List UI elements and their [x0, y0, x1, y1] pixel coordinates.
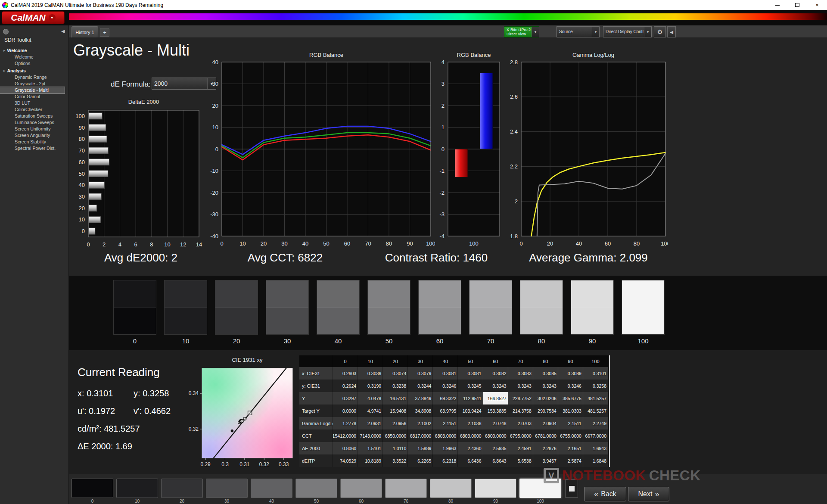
svg-text:6: 6 [134, 241, 137, 248]
table-cell: 3.9457 [533, 454, 558, 467]
sidebar-collapse-icon[interactable]: ◀ [61, 28, 65, 34]
chart-title-rgb-balance: RGB Balance [222, 52, 431, 58]
table-cell: 2.0703 [508, 417, 533, 429]
sidebar-item-saturation-sweeps[interactable]: Saturation Sweeps [0, 113, 69, 119]
table-cell: 0.3074 [383, 367, 408, 380]
table-col-header-30: 30 [408, 355, 433, 367]
svg-text:50: 50 [323, 240, 329, 247]
svg-text:30: 30 [281, 240, 287, 247]
pattern-button-70[interactable] [385, 479, 427, 498]
next-button[interactable]: Next » [628, 487, 669, 501]
pattern-button-10[interactable] [116, 479, 158, 498]
sidebar-section-welcome[interactable]: ▸Welcome [0, 47, 69, 54]
display-control-dropdown[interactable]: Direct Display Control ▾ [603, 26, 652, 37]
svg-text:10: 10 [164, 241, 170, 248]
maximize-button[interactable] [787, 0, 807, 10]
table-row-label-cct: CCT [299, 429, 333, 442]
sidebar-item-welcome[interactable]: Welcome [0, 54, 69, 60]
pattern-button-60[interactable] [340, 479, 382, 498]
sidebar-section-analysis[interactable]: ▸Analysis [0, 67, 69, 74]
pattern-cell-90: 90 [475, 479, 516, 504]
chart-rgb-lines: 0102030405060708090100403020100-10-20-30… [205, 59, 435, 251]
back-chevron-icon: « [594, 490, 598, 499]
swatch-color-70 [469, 280, 512, 335]
table-cell: 166.8527 [483, 392, 508, 404]
table-scrollbar[interactable] [609, 355, 610, 467]
table-cell: 4.0478 [358, 392, 383, 404]
pattern-level-label: 30 [224, 499, 229, 504]
sidebar-item-screen-stability[interactable]: Screen Stability [0, 139, 69, 145]
sidebar-item-grayscale-multi[interactable]: Grayscale - Multi [0, 87, 65, 93]
table-cell: 228.7752 [508, 392, 533, 404]
table-cell: 6803.0000 [458, 429, 483, 442]
pattern-cell-10: 10 [116, 479, 158, 504]
deltae-bar-10 [89, 216, 101, 223]
minimize-icon [775, 5, 780, 6]
add-tab-button[interactable]: + [100, 28, 109, 37]
sidebar-item-options[interactable]: Options [0, 60, 69, 67]
table-cell: 6677.0000 [583, 429, 608, 442]
svg-text:3: 3 [441, 81, 445, 87]
meter-dropdown[interactable]: X-Rite i1Pro 2 Direct View ▾ [504, 26, 539, 37]
table-cell: 0.3244 [408, 380, 433, 392]
swatch-level-label: 80 [538, 337, 545, 345]
reading-value: 0.1972 [89, 406, 115, 416]
svg-text:100: 100 [75, 113, 85, 119]
pattern-button-30[interactable] [206, 479, 248, 498]
pattern-button-40[interactable] [251, 479, 292, 498]
tab-history-1[interactable]: History 1 [72, 26, 98, 37]
swatch-level-label: 70 [487, 337, 494, 345]
sidebar-item-colorchecker[interactable]: ColorChecker [0, 106, 69, 113]
sidebar-item-grayscale-2pt[interactable]: Grayscale - 2pt [0, 81, 69, 87]
pattern-button-90[interactable] [475, 479, 516, 498]
pattern-button-80[interactable] [430, 479, 472, 498]
pattern-level-label: 70 [404, 499, 408, 504]
sidebar-item-screen-angularity[interactable]: Screen Angularity [0, 132, 69, 139]
table-cell: 0.3083 [508, 367, 533, 380]
table-row-label-deitp: dEITP [299, 454, 333, 467]
svg-text:12: 12 [180, 241, 186, 248]
table-row-label-gamma-log-log: Gamma Log/Log [299, 417, 333, 429]
pattern-level-label: 60 [359, 499, 364, 504]
minimize-button[interactable] [768, 0, 787, 10]
sidebar-item-dynamic-range[interactable]: Dynamic Range [0, 74, 69, 81]
de-formula-value: 2000 [152, 78, 207, 89]
table-cell: 0.2624 [333, 380, 358, 392]
grayscale-swatch-10: 10 [164, 280, 207, 345]
sidebar-item-screen-uniformity[interactable]: Screen Uniformity [0, 126, 69, 132]
svg-text:50: 50 [79, 171, 85, 177]
actual-half-overlay [114, 280, 156, 308]
svg-text:0: 0 [519, 240, 522, 247]
collapse-panel-button[interactable]: ◀ [667, 26, 676, 37]
actual-half-overlay [469, 280, 512, 308]
pattern-button-50[interactable] [295, 479, 337, 498]
sidebar-tree: ▸WelcomeWelcomeOptions▸AnalysisDynamic R… [0, 47, 69, 152]
sidebar-item-spectral-power-dist[interactable]: Spectral Power Dist. [0, 145, 69, 152]
pattern-cell-60: 60 [340, 479, 382, 504]
sidebar-item-luminance-sweeps[interactable]: Luminance Sweeps [0, 119, 69, 126]
sidebar-pin-button[interactable] [3, 29, 9, 34]
swatch-color-60 [418, 280, 461, 335]
calman-logo-button[interactable]: CalMAN ▼ [2, 11, 65, 24]
pattern-strip: 0102030405060708090100 [72, 479, 561, 504]
svg-text:40: 40 [212, 59, 218, 65]
calman-logo-text: CalMAN [11, 12, 46, 23]
close-button[interactable]: × [807, 0, 827, 10]
pattern-button-20[interactable] [161, 479, 203, 498]
svg-text:2.6: 2.6 [510, 93, 518, 100]
reading-value: 0.4662 [144, 406, 171, 416]
pattern-button-0[interactable] [72, 479, 113, 498]
display-control-text: Direct Display Control [606, 29, 642, 34]
chart-deltae: 024681012140102030405060708090100 [69, 107, 205, 249]
sidebar-item-color-gamut[interactable]: Color Gamut [0, 93, 69, 100]
svg-text:2: 2 [441, 103, 445, 109]
page-title: Grayscale - Multi [73, 41, 190, 59]
maximize-icon [795, 3, 799, 7]
sidebar-item-3d-lut[interactable]: 3D LUT [0, 100, 69, 106]
svg-text:80: 80 [79, 136, 85, 142]
source-dropdown[interactable]: Source ▾ [557, 26, 600, 37]
current-reading-pair: v': 0.4662 [134, 406, 171, 416]
table-cell: 0.3245 [458, 380, 483, 392]
settings-button[interactable]: ⚙ [654, 26, 666, 37]
back-button[interactable]: « Back [584, 487, 626, 501]
